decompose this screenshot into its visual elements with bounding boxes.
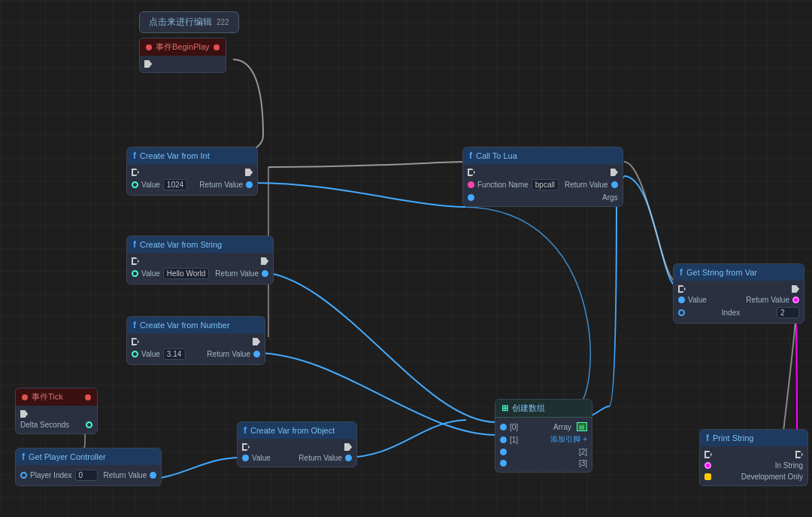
create-var-string-node: f Create Var from String Value Hello Wor… xyxy=(126,236,274,284)
ps-devonly-pin[interactable] xyxy=(704,473,711,480)
gsv-val-pin[interactable] xyxy=(678,297,685,303)
value-row: Value Hello World Return Value xyxy=(132,266,268,281)
exec-in2[interactable] xyxy=(132,338,139,345)
func-icon: f xyxy=(133,151,136,161)
event-exec-row xyxy=(144,59,221,69)
event-tick-node: 事件Tick Delta Seconds xyxy=(15,388,98,434)
exec-row2 xyxy=(132,336,260,347)
cvo-val-pin[interactable] xyxy=(242,455,249,461)
ctl-exec-in[interactable] xyxy=(468,169,475,176)
create-var-int-exec-row xyxy=(132,167,253,178)
array-item2: [2] xyxy=(500,446,587,458)
cvo-value-row: Value Return Value xyxy=(242,452,352,464)
gsv-title: Get String from Var xyxy=(686,268,757,277)
print-string-node: f Print String In String Development Onl… xyxy=(699,429,808,486)
gsv-index-row: Index 2 xyxy=(678,306,799,320)
value-in-pin[interactable] xyxy=(132,181,138,188)
num-val-pin[interactable] xyxy=(132,351,138,357)
create-var-int-body: Value 1024 Return Value xyxy=(127,164,257,195)
create-var-object-header: f Create Var from Object xyxy=(238,422,356,439)
event-tick-body: Delta Seconds xyxy=(16,406,97,433)
cvo-exec-in[interactable] xyxy=(242,443,250,451)
arr-pin1[interactable] xyxy=(500,436,507,443)
gsv-exec-row xyxy=(678,284,799,294)
exec-out[interactable] xyxy=(261,257,268,265)
return-pin[interactable] xyxy=(262,270,268,277)
delta-row: Delta Seconds xyxy=(20,419,92,430)
val-pin[interactable] xyxy=(132,270,138,277)
delta-pin[interactable] xyxy=(86,421,92,428)
func-icon5: f xyxy=(244,425,247,436)
ctl-args-row: Args xyxy=(468,192,618,203)
cvo-exec-out[interactable] xyxy=(344,443,352,451)
create-var-object-body: Value Return Value xyxy=(238,439,356,467)
gpc-return-pin[interactable] xyxy=(150,472,156,479)
exec-in-pin[interactable] xyxy=(132,169,139,176)
func-icon2: f xyxy=(133,239,136,250)
call-to-lua-header: f Call To Lua xyxy=(463,147,623,164)
array-item0: [0] Array ▤ xyxy=(500,421,587,433)
ps-exec-out[interactable] xyxy=(795,451,803,458)
create-var-int-value-row: Value 1024 Return Value xyxy=(132,178,253,192)
gsv-exec-out[interactable] xyxy=(792,285,799,293)
array-out-pin[interactable]: ▤ xyxy=(577,422,587,431)
get-player-controller-body: Player Index 0 Return Value xyxy=(16,465,161,485)
gsv-value-row: Value Return Value xyxy=(678,294,799,306)
event-begin-play-header: 事件BeginPlay xyxy=(140,38,226,56)
string-value[interactable]: Hello World xyxy=(163,268,210,279)
gpc-pin[interactable] xyxy=(20,472,27,479)
func-icon4: f xyxy=(22,452,25,462)
array-item3: [3] xyxy=(500,458,587,469)
args-pin[interactable] xyxy=(468,194,474,201)
array-item1: [1] 添加引脚 + xyxy=(500,433,587,446)
gpc-value-row: Player Index 0 Return Value xyxy=(20,468,156,482)
return-pin[interactable] xyxy=(246,181,253,188)
create-var-string-title: Create Var from String xyxy=(140,240,222,249)
number-value[interactable]: 3.14 xyxy=(163,348,186,360)
get-player-controller-title: Get Player Controller xyxy=(29,452,106,461)
ps-exec-in[interactable] xyxy=(704,451,712,458)
gsv-body: Value Return Value Index 2 xyxy=(674,281,804,323)
gsv-index-pin[interactable] xyxy=(678,309,685,316)
player-index-value[interactable]: 0 xyxy=(75,470,98,481)
create-var-number-node: f Create Var from Number Value 3.14 Retu… xyxy=(126,316,265,365)
gsv-exec-in[interactable] xyxy=(678,285,686,293)
gsv-index-val[interactable]: 2 xyxy=(777,307,799,318)
exec-in[interactable] xyxy=(132,257,139,265)
num-return-pin[interactable] xyxy=(253,351,260,357)
exec-out-pin[interactable] xyxy=(245,169,253,176)
get-string-from-var-node: f Get String from Var Value Return Value… xyxy=(673,263,804,324)
blueprint-canvas: 点击来进行编辑 222 事件BeginPlay f Create Var fro… xyxy=(0,0,812,517)
value-input[interactable]: 1024 xyxy=(163,179,187,190)
create-var-string-header: f Create Var from String xyxy=(127,236,273,253)
gsv-header: f Get String from Var xyxy=(674,264,804,281)
cvo-exec-row xyxy=(242,442,352,452)
create-var-int-header: f Create Var from Int xyxy=(127,147,257,164)
event-begin-play-node: 事件BeginPlay xyxy=(139,38,226,73)
ps-instring-pin[interactable] xyxy=(704,462,711,469)
call-to-lua-body: Function Name bpcall Return Value Args xyxy=(463,164,623,206)
ctl-exec-out[interactable] xyxy=(611,169,618,176)
tick-exec-out[interactable] xyxy=(20,410,28,418)
create-var-object-title: Create Var from Object xyxy=(250,426,335,435)
cvo-return-pin[interactable] xyxy=(345,455,352,461)
arr-pin3[interactable] xyxy=(500,460,507,467)
create-var-int-title: Create Var from Int xyxy=(140,151,210,160)
tick-red-dot2 xyxy=(85,394,91,400)
exec-out-pin[interactable] xyxy=(144,60,152,68)
print-string-body: In String Development Only xyxy=(700,446,807,485)
func-name-pin[interactable] xyxy=(468,181,474,188)
exec-out2[interactable] xyxy=(253,338,260,345)
create-array-node: ⊞ 创建数组 [0] Array ▤ [1] 添加引脚 + [2] xyxy=(495,399,592,473)
create-var-number-header: f Create Var from Number xyxy=(127,317,265,333)
return-label: Return Value xyxy=(199,181,243,189)
gsv-return-pin[interactable] xyxy=(792,297,799,303)
create-var-string-body: Value Hello World Return Value xyxy=(127,253,273,284)
ctl-func-row: Function Name bpcall Return Value xyxy=(468,178,618,192)
func-icon8: f xyxy=(706,433,709,443)
func-name-val[interactable]: bpcall xyxy=(532,179,559,190)
arr-pin2[interactable] xyxy=(500,449,507,455)
ctl-return-pin[interactable] xyxy=(611,181,618,188)
tick-red-dot xyxy=(22,394,28,400)
arr-pin0[interactable] xyxy=(500,424,507,430)
